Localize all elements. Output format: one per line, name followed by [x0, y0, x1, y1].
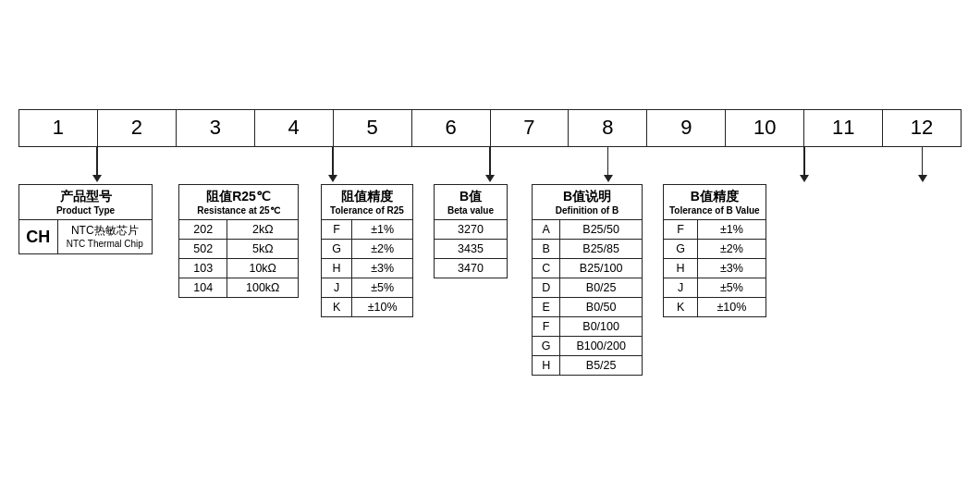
resist-val-1: 5kΩ — [227, 239, 299, 258]
num-10: 10 — [726, 110, 804, 145]
num-1: 1 — [19, 110, 98, 145]
resistance-header: 阻值R25℃ Resistance at 25℃ — [179, 184, 299, 219]
beta-row-1: 3435 — [435, 239, 508, 258]
num-8: 8 — [569, 110, 647, 145]
resistance-zh: 阻值R25℃ — [185, 189, 292, 205]
tol-r25-header: 阻值精度 Tolerance of R25 — [322, 184, 413, 219]
arrow-6-7 — [411, 147, 569, 182]
arrow-down-tol-b — [918, 147, 927, 182]
tables-row: 产品型号 Product Type CH NTC热敏芯片 NTC Thermal… — [18, 184, 962, 376]
resistance-section: 阻值R25℃ Resistance at 25℃ 202 2kΩ 502 5kΩ… — [178, 184, 299, 298]
tol-r25-code-3: J — [322, 278, 352, 297]
arrow-down-tol-r25 — [485, 147, 495, 182]
resist-code-0: 202 — [179, 219, 227, 239]
resist-code-1: 502 — [179, 239, 227, 258]
chip-desc-en: NTC Thermal Chip — [64, 238, 146, 251]
arrow-down-beta — [604, 147, 613, 182]
def-b-val-0: B25/50 — [560, 219, 643, 239]
resist-row-3: 104 100kΩ — [179, 278, 299, 297]
def-b-code-3: D — [533, 278, 560, 297]
num-4: 4 — [255, 110, 334, 145]
def-b-code-2: C — [533, 258, 560, 278]
resist-row-1: 502 5kΩ — [179, 239, 299, 258]
tol-b-val-0: ±1% — [698, 219, 766, 239]
tol-r25-row-2: H ±3% — [322, 258, 413, 278]
num-11: 11 — [804, 110, 883, 145]
def-b-val-6: B100/200 — [560, 336, 643, 355]
product-desc: NTC热敏芯片 NTC Thermal Chip — [57, 219, 152, 254]
tol-r25-row-0: F ±1% — [322, 219, 413, 239]
def-b-row-1: B B25/85 — [533, 239, 643, 258]
tolerance-r25-section: 阻值精度 Tolerance of R25 F ±1% G ±2% H ±3% — [321, 184, 413, 317]
num-3: 3 — [177, 110, 255, 145]
tolerance-b-section: B值精度 Tolerance of B Value F ±1% G ±2% H … — [663, 184, 766, 317]
resist-row-0: 202 2kΩ — [179, 219, 299, 239]
num-7: 7 — [491, 110, 570, 145]
num-9: 9 — [647, 110, 726, 145]
tol-b-header: B值精度 Tolerance of B Value — [664, 184, 766, 219]
def-b-row-6: G B100/200 — [533, 336, 643, 355]
beta-en: Beta value — [440, 205, 501, 216]
arrow-12 — [883, 147, 962, 182]
num-5: 5 — [334, 110, 412, 145]
arrow-8 — [569, 147, 647, 182]
arrow-down-def-b — [800, 147, 809, 182]
tol-b-val-4: ±10% — [698, 297, 766, 316]
tol-b-row-2: H ±3% — [664, 258, 766, 278]
def-b-val-5: B0/100 — [560, 316, 643, 336]
tolerance-r25-table: 阻值精度 Tolerance of R25 F ±1% G ±2% H ±3% — [321, 184, 413, 317]
arrowhead-resist — [328, 175, 337, 182]
def-b-val-3: B0/25 — [560, 278, 643, 297]
beta-val-0: 3270 — [435, 219, 508, 239]
def-b-row-5: F B0/100 — [533, 316, 643, 336]
beta-row-2: 3470 — [435, 258, 508, 278]
resist-row-2: 103 10kΩ — [179, 258, 299, 278]
num-6: 6 — [412, 110, 491, 145]
arrow-10-11 — [726, 147, 883, 182]
tol-r25-val-1: ±2% — [352, 239, 413, 258]
def-b-code-0: A — [533, 219, 560, 239]
num-12: 12 — [883, 110, 961, 145]
tol-r25-val-2: ±3% — [352, 258, 413, 278]
tol-b-zh: B值精度 — [669, 189, 760, 205]
def-b-row-0: A B25/50 — [533, 219, 643, 239]
tol-b-code-0: F — [664, 219, 698, 239]
def-b-row-3: D B0/25 — [533, 278, 643, 297]
resist-val-2: 10kΩ — [227, 258, 299, 278]
beta-zh: B值 — [440, 189, 501, 205]
def-b-val-4: B0/50 — [560, 297, 643, 316]
tol-r25-code-1: G — [322, 239, 352, 258]
def-b-val-2: B25/100 — [560, 258, 643, 278]
num-2: 2 — [98, 110, 177, 145]
arrowhead-tol-r25 — [485, 175, 495, 182]
resist-code-3: 104 — [179, 278, 227, 297]
arrow-down-product — [92, 147, 102, 182]
def-b-code-5: F — [533, 316, 560, 336]
part-number-diagram: 1 2 3 4 5 6 7 8 9 10 11 12 — [9, 100, 971, 393]
def-b-val-1: B25/85 — [560, 239, 643, 258]
arrow-1-2 — [18, 147, 176, 182]
tol-b-row-4: K ±10% — [664, 297, 766, 316]
def-b-code-6: G — [533, 336, 560, 355]
def-b-en: Definition of B — [538, 205, 636, 216]
product-code: CH — [19, 219, 58, 254]
def-b-row-2: C B25/100 — [533, 258, 643, 278]
product-type-en: Product Type — [25, 205, 146, 216]
def-b-row-4: E B0/50 — [533, 297, 643, 316]
arrow-row — [18, 147, 962, 182]
resist-val-3: 100kΩ — [227, 278, 299, 297]
arrow-9 — [647, 147, 726, 182]
def-b-row-7: H B5/25 — [533, 355, 643, 375]
definition-b-table: B值说明 Definition of B A B25/50 B B25/85 C… — [532, 184, 643, 376]
def-b-val-7: B5/25 — [560, 355, 643, 375]
arrowhead-tol-b — [918, 175, 927, 182]
tol-b-row-3: J ±5% — [664, 278, 766, 297]
resistance-table: 阻值R25℃ Resistance at 25℃ 202 2kΩ 502 5kΩ… — [178, 184, 299, 298]
arrowhead-def-b — [800, 175, 809, 182]
beta-row-0: 3270 — [435, 219, 508, 239]
beta-value-table: B值 Beta value 3270 3435 3470 — [434, 184, 508, 278]
resist-code-2: 103 — [179, 258, 227, 278]
beta-header: B值 Beta value — [435, 184, 508, 219]
product-type-section: 产品型号 Product Type CH NTC热敏芯片 NTC Thermal… — [18, 184, 153, 255]
def-b-zh: B值说明 — [538, 189, 636, 205]
